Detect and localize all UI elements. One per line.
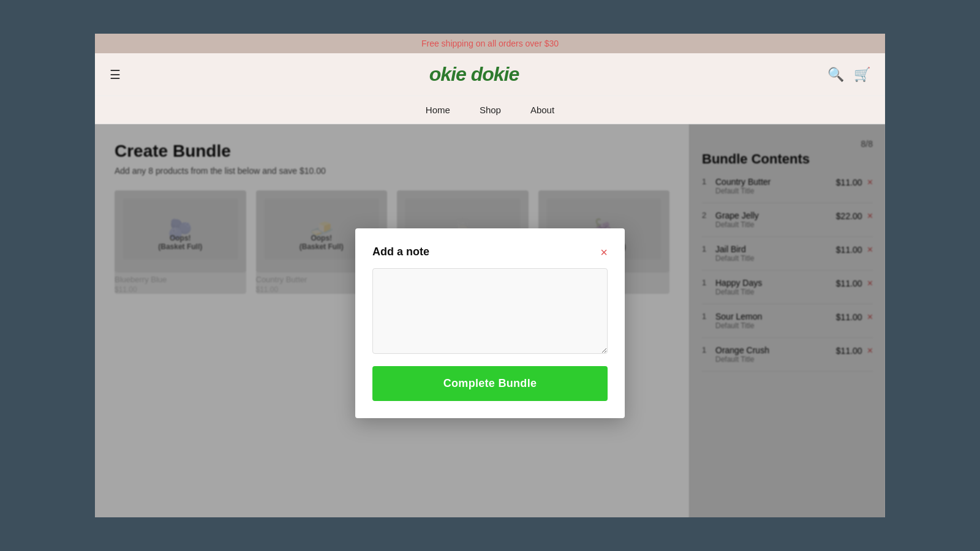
browser-window: Free shipping on all orders over $30 ☰ o… (95, 34, 885, 517)
cart-icon[interactable]: 🛒 (854, 67, 870, 83)
modal: Add a note × Complete Bundle (355, 228, 625, 418)
modal-close-button[interactable]: × (600, 246, 608, 258)
hamburger-icon[interactable]: ☰ (110, 67, 121, 82)
header: ☰ okie dokie 🔍 🛒 (95, 53, 885, 96)
modal-title: Add a note (372, 246, 429, 258)
nav-about[interactable]: About (530, 105, 554, 115)
search-icon[interactable]: 🔍 (827, 67, 844, 83)
nav-bar: Home Shop About (95, 96, 885, 124)
announcement-text: Free shipping on all orders over $30 (421, 39, 559, 48)
announcement-bar: Free shipping on all orders over $30 (95, 34, 885, 53)
logo: okie dokie (429, 63, 519, 86)
nav-home[interactable]: Home (426, 105, 450, 115)
header-left: ☰ (110, 67, 121, 82)
note-textarea[interactable] (372, 268, 608, 354)
modal-header: Add a note × (372, 246, 608, 258)
header-right: 🔍 🛒 (827, 67, 870, 83)
modal-overlay: Add a note × Complete Bundle (95, 124, 885, 517)
main-content: Create Bundle Add any 8 products from th… (95, 124, 885, 517)
complete-bundle-button[interactable]: Complete Bundle (372, 366, 608, 401)
nav-shop[interactable]: Shop (480, 105, 501, 115)
